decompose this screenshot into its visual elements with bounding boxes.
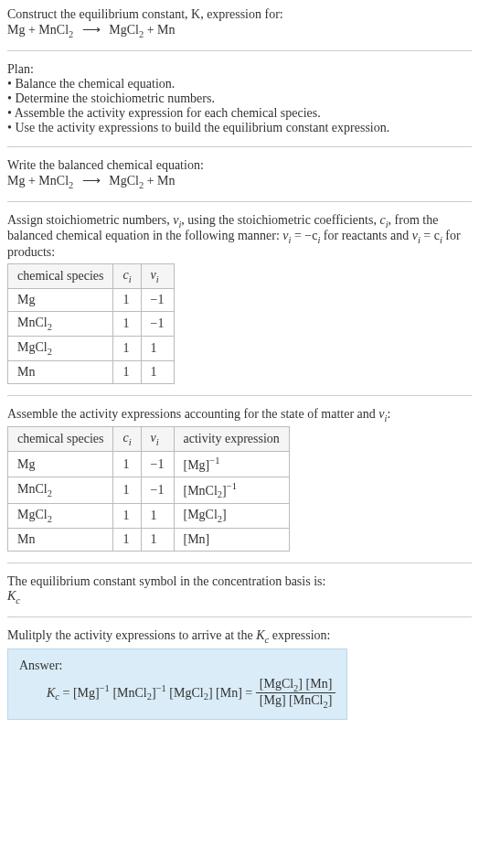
table-row: MnCl2 1 −1 xyxy=(8,311,175,336)
plan-bullet-4: • Use the activity expressions to build … xyxy=(7,121,389,134)
table-row: MgCl2 1 1 xyxy=(8,336,175,360)
divider xyxy=(7,616,472,617)
stoich-section: Assign stoichiometric numbers, νi, using… xyxy=(7,213,472,384)
plan-bullet-2: • Determine the stoichiometric numbers. xyxy=(7,91,215,105)
activity-table: chemical species ci νi activity expressi… xyxy=(7,426,290,552)
table-row: Mg 1 −1 xyxy=(8,288,175,311)
divider xyxy=(7,395,472,396)
activity-th-expr: activity expression xyxy=(174,427,289,452)
answer-box: Answer: Kc = [Mg]−1 [MnCl2]−1 [MgCl2] [M… xyxy=(7,648,347,721)
prompt-line1: Construct the equilibrium constant, K, e… xyxy=(7,7,283,21)
answer-fraction: [MgCl2] [Mn][Mg] [MnCl2] xyxy=(256,677,336,711)
balanced-title: Write the balanced chemical equation: xyxy=(7,158,204,172)
activity-th-v: νi xyxy=(141,427,174,452)
stoich-th-c: ci xyxy=(113,264,141,289)
balanced-section: Write the balanced chemical equation: Mg… xyxy=(7,158,472,190)
kc-symbol-section: The equilibrium constant symbol in the c… xyxy=(7,574,472,605)
question-prompt: Construct the equilibrium constant, K, e… xyxy=(7,7,472,39)
stoich-th-v: νi xyxy=(141,264,174,289)
answer-expression: Kc = [Mg]−1 [MnCl2]−1 [MgCl2] [Mn] = [Mg… xyxy=(19,673,335,711)
multiply-section: Mulitply the activity expressions to arr… xyxy=(7,628,472,645)
table-row: Mn 1 1 xyxy=(8,360,175,383)
divider xyxy=(7,563,472,563)
stoich-table: chemical species ci νi Mg 1 −1 MnCl2 1 −… xyxy=(7,263,175,383)
plan-title: Plan: xyxy=(7,62,34,76)
activity-th-species: chemical species xyxy=(8,427,113,452)
plan-bullet-3: • Assemble the activity expression for e… xyxy=(7,106,321,120)
divider xyxy=(7,146,472,147)
divider xyxy=(7,50,472,51)
activity-section: Assemble the activity expressions accoun… xyxy=(7,407,472,552)
table-row: Mg 1 −1 [Mg]−1 xyxy=(8,452,290,477)
table-row: MnCl2 1 −1 [MnCl2]−1 xyxy=(8,477,290,503)
activity-th-c: ci xyxy=(113,427,141,452)
table-row: Mn 1 1 [Mn] xyxy=(8,529,290,552)
plan-bullet-1: • Balance the chemical equation. xyxy=(7,77,175,91)
balanced-eq: Mg + MnCl2 ⟶ MgCl2 + Mn xyxy=(7,174,176,188)
table-row: MgCl2 1 1 [MgCl2] xyxy=(8,504,290,529)
stoich-th-species: chemical species xyxy=(8,264,113,289)
plan-section: Plan: • Balance the chemical equation. •… xyxy=(7,62,472,135)
divider xyxy=(7,201,472,202)
answer-label: Answer: xyxy=(19,659,62,672)
prompt-eq: Mg + MnCl2 ⟶ MgCl2 + Mn xyxy=(7,23,176,37)
